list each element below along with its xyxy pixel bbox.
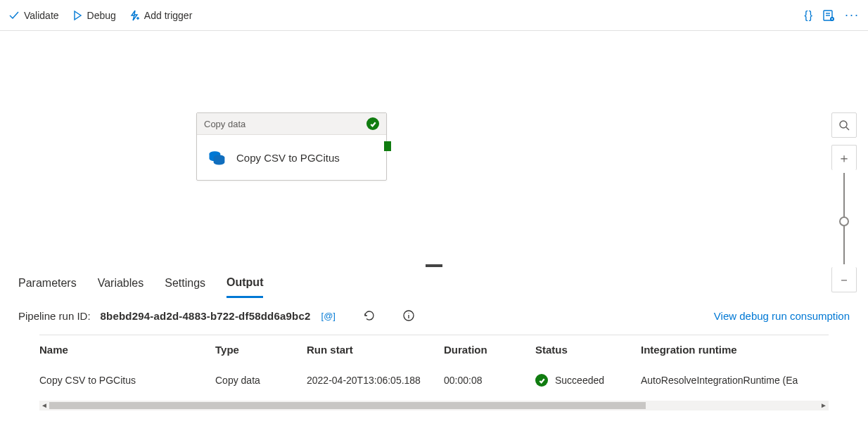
expression-icon[interactable]: [@] — [321, 311, 336, 321]
zoom-in-button[interactable]: ＋ — [831, 145, 857, 170]
panel-resize-handle[interactable] — [426, 264, 442, 267]
lightning-icon — [129, 10, 140, 21]
scroll-left-arrow[interactable]: ◄ — [39, 401, 49, 410]
add-trigger-button[interactable]: Add trigger — [129, 10, 192, 21]
canvas-search-button[interactable] — [831, 112, 857, 138]
scrollbar-thumb[interactable] — [49, 402, 646, 409]
zoom-slider[interactable] — [843, 173, 845, 264]
svg-line-11 — [846, 127, 849, 130]
svg-point-7 — [831, 18, 833, 20]
scroll-right-arrow[interactable]: ► — [819, 401, 829, 410]
more-icon[interactable]: ··· — [845, 8, 860, 22]
run-id-label: Pipeline run ID: — [18, 310, 91, 322]
canvas-zoom-controls: ＋ － — [831, 112, 857, 292]
pipeline-canvas[interactable]: Copy data Copy CSV to PGCitus ＋ — [0, 31, 868, 267]
cell-start: 2022-04-20T13:06:05.188 — [307, 364, 444, 396]
pipeline-run-id: 8bebd294-ad2d-4883-b722-df58dd6a9bc2 — [101, 310, 311, 322]
horizontal-scrollbar[interactable]: ◄ ► — [39, 401, 829, 410]
tab-parameters[interactable]: Parameters — [18, 270, 77, 297]
col-start[interactable]: Run start — [307, 335, 444, 365]
col-status[interactable]: Status — [535, 335, 641, 365]
activity-title: Copy CSV to PGCitus — [236, 152, 340, 164]
status-text: Succeeded — [555, 375, 604, 386]
debug-label: Debug — [87, 10, 116, 21]
play-icon — [72, 10, 83, 21]
database-icon — [207, 148, 226, 167]
cell-type: Copy data — [215, 364, 307, 396]
output-table-wrap: Name Type Run start Duration Status Inte… — [0, 335, 868, 396]
col-ir[interactable]: Integration runtime — [641, 335, 829, 365]
debug-button[interactable]: Debug — [72, 10, 116, 21]
add-trigger-label: Add trigger — [144, 10, 192, 21]
activity-type-label: Copy data — [204, 119, 245, 129]
svg-point-10 — [840, 121, 847, 128]
tab-output[interactable]: Output — [226, 269, 263, 298]
lower-tabs: Parameters Variables Settings Output — [0, 267, 868, 299]
zoom-out-button[interactable]: － — [831, 267, 857, 292]
output-table: Name Type Run start Duration Status Inte… — [39, 335, 829, 396]
table-header-row: Name Type Run start Duration Status Inte… — [39, 335, 829, 365]
cell-name: Copy CSV to PGCitus — [39, 364, 215, 396]
refresh-icon[interactable] — [363, 309, 376, 322]
table-row[interactable]: Copy CSV to PGCitus Copy data 2022-04-20… — [39, 364, 829, 396]
success-status-icon — [535, 374, 548, 387]
pipeline-run-id-row: Pipeline run ID: 8bebd294-ad2d-4883-b722… — [0, 299, 868, 335]
cell-dur: 00:00:08 — [444, 364, 535, 396]
svg-marker-0 — [75, 11, 81, 20]
properties-icon[interactable] — [822, 9, 835, 22]
toolbar: Validate Debug Add trigger { } ··· — [0, 0, 868, 31]
col-name[interactable]: Name — [39, 335, 215, 365]
col-dur[interactable]: Duration — [444, 335, 535, 365]
zoom-slider-handle[interactable] — [839, 216, 849, 226]
success-status-icon — [366, 117, 379, 130]
activity-output-connector[interactable] — [384, 141, 391, 151]
col-type[interactable]: Type — [215, 335, 307, 365]
activity-header: Copy data — [197, 113, 386, 135]
tab-settings[interactable]: Settings — [165, 270, 205, 297]
checkmark-icon — [8, 10, 20, 21]
svg-point-14 — [408, 313, 409, 313]
validate-label: Validate — [24, 10, 59, 21]
cell-ir: AutoResolveIntegrationRuntime (Ea — [641, 364, 829, 396]
code-braces-icon[interactable]: { } — [804, 9, 812, 22]
tab-variables[interactable]: Variables — [98, 270, 144, 297]
cell-status: Succeeded — [535, 364, 641, 396]
activity-copy-data[interactable]: Copy data Copy CSV to PGCitus — [196, 112, 387, 181]
validate-button[interactable]: Validate — [8, 10, 59, 21]
search-icon — [838, 119, 850, 131]
view-debug-consumption-link[interactable]: View debug run consumption — [714, 310, 850, 322]
info-icon[interactable] — [402, 309, 415, 322]
